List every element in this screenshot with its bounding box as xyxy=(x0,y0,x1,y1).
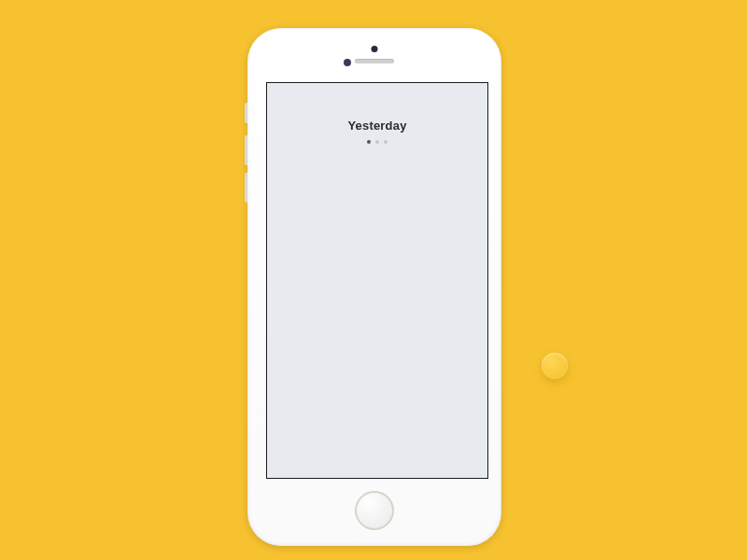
page-title: Yesterday xyxy=(267,119,487,133)
page-dot-3[interactable] xyxy=(384,140,388,144)
decorative-circle-icon xyxy=(542,353,568,379)
page-indicator[interactable] xyxy=(267,140,487,144)
phone-device-frame: Yesterday xyxy=(247,28,501,546)
volume-up-button xyxy=(245,135,247,165)
mute-switch xyxy=(245,103,247,123)
front-camera-icon xyxy=(372,46,378,52)
phone-bezel: Yesterday xyxy=(250,31,499,543)
page-dot-1[interactable] xyxy=(367,140,371,144)
page-dot-2[interactable] xyxy=(375,140,379,144)
earpiece-speaker-icon xyxy=(355,59,394,63)
proximity-sensor-icon xyxy=(344,59,351,66)
home-button[interactable] xyxy=(355,491,394,530)
volume-down-button xyxy=(245,173,247,203)
phone-screen[interactable]: Yesterday xyxy=(266,82,488,479)
